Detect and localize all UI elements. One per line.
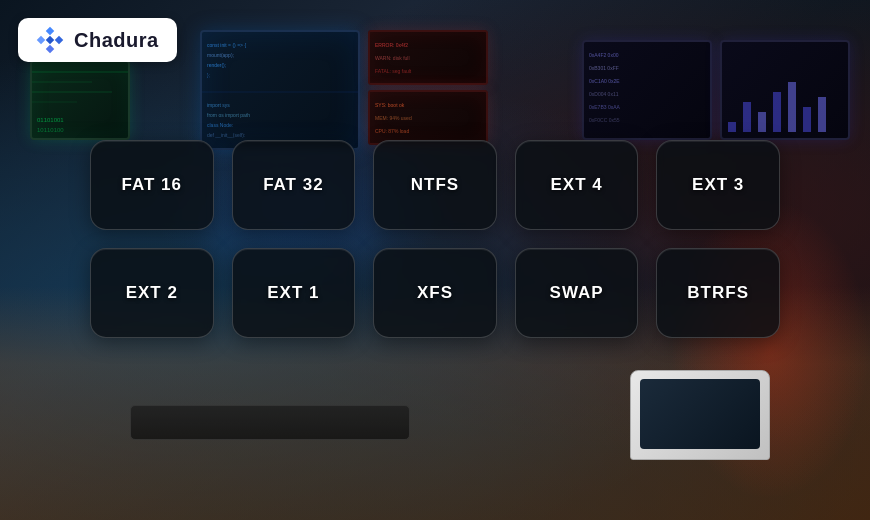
svg-text:0xB301 0xFF: 0xB301 0xFF <box>589 65 619 71</box>
fs-button-btrfs[interactable]: BTRFS <box>656 248 780 338</box>
svg-rect-37 <box>46 36 54 44</box>
svg-text:import sys: import sys <box>207 102 230 108</box>
svg-text:0xE7B3 0xAA: 0xE7B3 0xAA <box>589 104 621 110</box>
fs-button-ext3[interactable]: EXT 3 <box>656 140 780 230</box>
monitor-far-right <box>720 40 850 140</box>
fs-button-swap[interactable]: SWAP <box>515 248 639 338</box>
keyboard <box>130 405 410 440</box>
svg-text:};: }; <box>207 72 210 78</box>
svg-rect-40 <box>46 45 54 53</box>
fs-button-fat32[interactable]: FAT 32 <box>232 140 356 230</box>
chadura-logo-icon <box>36 26 64 54</box>
fs-label-btrfs: BTRFS <box>687 283 749 303</box>
fs-label-ext2: EXT 2 <box>126 283 178 303</box>
fs-label-ext4: EXT 4 <box>550 175 602 195</box>
svg-text:0xC1A0 0x2E: 0xC1A0 0x2E <box>589 78 620 84</box>
svg-text:01101001: 01101001 <box>37 117 64 123</box>
fs-button-fat16[interactable]: FAT 16 <box>90 140 214 230</box>
monitor-right-group: 0xA4F2 0x00 0xB301 0xFF 0xC1A0 0x2E 0xD0… <box>582 40 850 140</box>
svg-text:0xD004 0x11: 0xD004 0x11 <box>589 91 619 97</box>
svg-text:0xF0CC 0x55: 0xF0CC 0x55 <box>589 117 620 123</box>
svg-text:mount(app);: mount(app); <box>207 52 234 58</box>
svg-text:const init = () => {: const init = () => { <box>207 42 246 48</box>
monitor-left: 01101001 10110100 <box>30 60 130 140</box>
svg-text:SYS: boot ok: SYS: boot ok <box>375 102 405 108</box>
filesystem-grid: FAT 16FAT 32NTFSEXT 4EXT 3EXT 2EXT 1XFSS… <box>90 140 780 338</box>
fs-button-ext2[interactable]: EXT 2 <box>90 248 214 338</box>
svg-text:from os import path: from os import path <box>207 112 250 118</box>
monitor-top: ERROR: 0x4f2 WARN: disk full FATAL: seg … <box>368 30 488 85</box>
fs-button-ntfs[interactable]: NTFS <box>373 140 497 230</box>
laptop <box>630 370 770 460</box>
monitor-right: 0xA4F2 0x00 0xB301 0xFF 0xC1A0 0x2E 0xD0… <box>582 40 712 140</box>
fs-label-swap: SWAP <box>550 283 604 303</box>
svg-text:def __init__(self):: def __init__(self): <box>207 132 245 138</box>
svg-text:ERROR: 0x4f2: ERROR: 0x4f2 <box>375 42 408 48</box>
fs-label-xfs: XFS <box>417 283 453 303</box>
laptop-screen <box>640 379 760 449</box>
svg-rect-36 <box>46 27 54 35</box>
svg-text:MEM: 94% used: MEM: 94% used <box>375 115 412 121</box>
svg-text:0xA4F2 0x00: 0xA4F2 0x00 <box>589 52 619 58</box>
fs-button-ext4[interactable]: EXT 4 <box>515 140 639 230</box>
svg-text:10110100: 10110100 <box>37 127 64 133</box>
svg-rect-38 <box>37 36 45 44</box>
fs-label-fat32: FAT 32 <box>263 175 323 195</box>
logo-text: Chadura <box>74 29 159 52</box>
monitor-stack: ERROR: 0x4f2 WARN: disk full FATAL: seg … <box>368 30 488 150</box>
fs-label-ntfs: NTFS <box>411 175 459 195</box>
fs-label-ext3: EXT 3 <box>692 175 744 195</box>
fs-label-ext1: EXT 1 <box>267 283 319 303</box>
svg-text:render();: render(); <box>207 62 226 68</box>
svg-text:FATAL: seg fault: FATAL: seg fault <box>375 68 412 74</box>
svg-rect-39 <box>55 36 63 44</box>
fs-button-ext1[interactable]: EXT 1 <box>232 248 356 338</box>
svg-rect-7 <box>202 32 358 148</box>
logo-container: Chadura <box>18 18 177 62</box>
fs-label-fat16: FAT 16 <box>122 175 182 195</box>
monitor-center-group: const init = () => { mount(app); render(… <box>200 30 488 150</box>
svg-text:class Node:: class Node: <box>207 122 233 128</box>
monitor-large: const init = () => { mount(app); render(… <box>200 30 360 150</box>
svg-text:WARN: disk full: WARN: disk full <box>375 55 410 61</box>
fs-button-xfs[interactable]: XFS <box>373 248 497 338</box>
svg-text:CPU: 87% load: CPU: 87% load <box>375 128 409 134</box>
monitor-bottom: SYS: boot ok MEM: 94% used CPU: 87% load <box>368 90 488 145</box>
